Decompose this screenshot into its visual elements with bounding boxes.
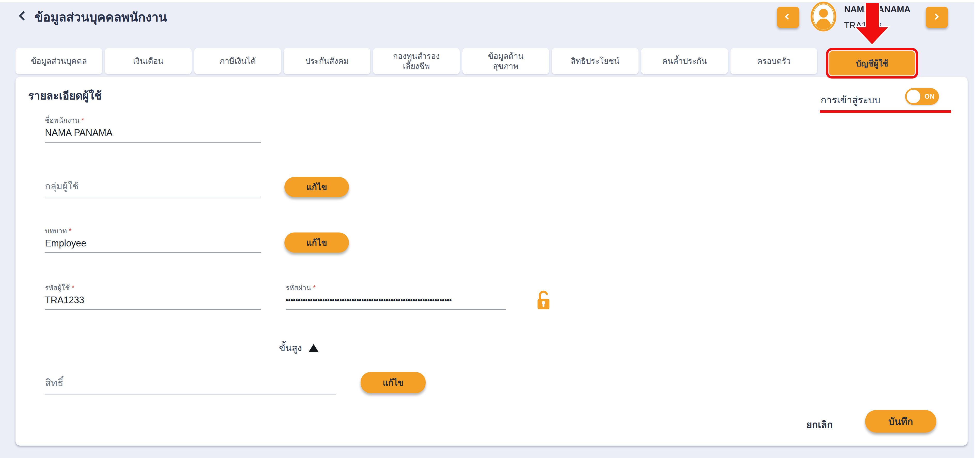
password-field[interactable]: รหัสผ่าน * •••••••••••••••••••••••••••••… bbox=[286, 283, 506, 310]
field-placeholder: กลุ่มผู้ใช้ bbox=[45, 180, 261, 197]
tab-salary[interactable]: เงินเดือน bbox=[105, 48, 192, 74]
field-value: TRA1233 bbox=[45, 294, 261, 309]
annotation-underline bbox=[820, 110, 951, 113]
back-button[interactable] bbox=[16, 9, 31, 24]
field-placeholder: สิทธิ์ bbox=[45, 376, 336, 394]
employee-name-text: NAMA PANAMA bbox=[844, 4, 910, 14]
chevron-left-icon bbox=[785, 13, 791, 20]
required-asterisk: * bbox=[69, 227, 72, 235]
tab-user-account[interactable]: บัญชีผู้ใช้ bbox=[829, 51, 915, 75]
employee-code-text: TRA1233 bbox=[844, 20, 881, 30]
chevron-right-icon bbox=[932, 13, 939, 20]
advanced-toggle[interactable]: ขั้นสูง bbox=[279, 340, 318, 355]
employee-profile-screen: ข้อมูลส่วนบุคคลพนักงาน NAMA PANAMA TRA12… bbox=[0, 0, 980, 458]
required-asterisk: * bbox=[81, 116, 84, 124]
previous-employee-button[interactable] bbox=[777, 7, 799, 28]
edit-user-group-button[interactable]: แก้ไข bbox=[285, 177, 349, 197]
advanced-label: ขั้นสูง bbox=[279, 340, 302, 355]
user-group-field[interactable]: กลุ่มผู้ใช้ bbox=[45, 180, 261, 199]
cancel-button[interactable]: ยกเลิก bbox=[807, 417, 833, 432]
user-account-panel: รายละเอียดผู้ใช้ การเข้าสู่ระบบ ON ชื่อพ… bbox=[16, 77, 967, 445]
field-value: Employee bbox=[45, 237, 261, 252]
tab-benefits[interactable]: สิทธิประโยชน์ bbox=[552, 48, 638, 74]
triangle-up-icon bbox=[309, 344, 318, 352]
save-button[interactable]: บันทึก bbox=[865, 410, 936, 433]
employee-name-field[interactable]: ชื่อพนักงาน * NAMA PANAMA bbox=[45, 116, 261, 143]
field-label: รหัสผู้ใช้ * bbox=[45, 283, 261, 292]
permission-field[interactable]: สิทธิ์ bbox=[45, 376, 336, 394]
tab-social-security[interactable]: ประกันสังคม bbox=[284, 48, 371, 74]
tab-provident-fund[interactable]: กองทุนสำรอง เลี้ยงชีพ bbox=[373, 48, 460, 74]
login-access-toggle[interactable]: ON bbox=[905, 88, 939, 105]
masked-password-value: ••••••••••••••••••••••••••••••••••••••••… bbox=[286, 294, 506, 309]
avatar bbox=[811, 2, 836, 32]
required-asterisk: * bbox=[72, 284, 75, 292]
section-title: รายละเอียดผู้ใช้ bbox=[28, 87, 102, 104]
field-label: รหัสผ่าน * bbox=[286, 283, 506, 292]
scrollbar-track[interactable] bbox=[974, 0, 980, 458]
chevron-left-icon bbox=[19, 11, 29, 21]
user-code-field[interactable]: รหัสผู้ใช้ * TRA1233 bbox=[45, 283, 261, 310]
tab-family[interactable]: ครอบครัว bbox=[730, 48, 817, 74]
tab-income-tax[interactable]: ภาษีเงินได้ bbox=[194, 48, 281, 74]
required-asterisk: * bbox=[313, 284, 316, 292]
next-employee-button[interactable] bbox=[926, 7, 948, 28]
edit-role-button[interactable]: แก้ไข bbox=[285, 232, 349, 253]
field-value: NAMA PANAMA bbox=[45, 127, 261, 142]
login-access-label: การเข้าสู่ระบบ bbox=[821, 92, 880, 107]
person-icon bbox=[811, 2, 836, 32]
role-field[interactable]: บทบาท * Employee bbox=[45, 227, 261, 253]
toggle-state-text: ON bbox=[924, 92, 935, 100]
unlock-password-icon[interactable] bbox=[537, 289, 550, 311]
tab-personal-info[interactable]: ข้อมูลส่วนบุคคล bbox=[16, 48, 102, 74]
toggle-knob-icon bbox=[907, 90, 920, 103]
tab-health-info[interactable]: ข้อมูลด้าน สุขภาพ bbox=[462, 48, 549, 74]
field-label: ชื่อพนักงาน * bbox=[45, 116, 261, 125]
edit-permission-button[interactable]: แก้ไข bbox=[361, 372, 426, 393]
page-title: ข้อมูลส่วนบุคคลพนักงาน bbox=[35, 7, 167, 27]
annotation-highlight-box: บัญชีผู้ใช้ bbox=[826, 48, 918, 78]
field-label: บทบาท * bbox=[45, 227, 261, 235]
tab-guarantor[interactable]: คนค้ำประกัน bbox=[641, 48, 728, 74]
